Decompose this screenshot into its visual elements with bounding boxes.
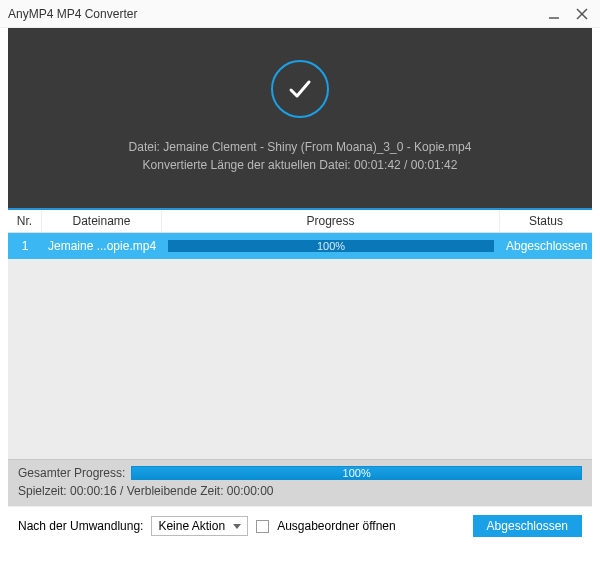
row-progress-text: 100% bbox=[317, 240, 345, 252]
cell-status: Abgeschlossen bbox=[500, 239, 592, 253]
done-button[interactable]: Abgeschlossen bbox=[473, 515, 582, 537]
footer-bar: Nach der Umwandlung: Keine Aktion Ausgab… bbox=[8, 506, 592, 545]
minimize-button[interactable] bbox=[544, 4, 564, 24]
th-progress: Progress bbox=[162, 210, 500, 232]
after-action-label: Nach der Umwandlung: bbox=[18, 519, 143, 533]
total-progress-text: 100% bbox=[343, 467, 371, 479]
open-folder-checkbox[interactable] bbox=[256, 520, 269, 533]
cell-filename: Jemaine ...opie.mp4 bbox=[42, 239, 162, 253]
success-check-icon bbox=[271, 60, 329, 118]
file-table: Nr. Dateiname Progress Status 1 Jemaine … bbox=[8, 208, 592, 459]
converted-length-line: Konvertierte Länge der aktuellen Datei: … bbox=[143, 158, 458, 172]
total-progress-label: Gesamter Progress: bbox=[18, 466, 125, 480]
done-button-label: Abgeschlossen bbox=[487, 519, 568, 533]
table-header: Nr. Dateiname Progress Status bbox=[8, 208, 592, 233]
titlebar: AnyMP4 MP4 Converter bbox=[0, 0, 600, 28]
th-status: Status bbox=[500, 210, 592, 232]
close-button[interactable] bbox=[572, 4, 592, 24]
table-empty-area bbox=[8, 259, 592, 459]
th-nr: Nr. bbox=[8, 210, 42, 232]
app-title: AnyMP4 MP4 Converter bbox=[8, 7, 536, 21]
chevron-down-icon bbox=[233, 524, 241, 529]
total-progress-bar: 100% bbox=[131, 466, 582, 480]
after-action-value: Keine Aktion bbox=[158, 519, 225, 533]
table-row[interactable]: 1 Jemaine ...opie.mp4 100% Abgeschlossen bbox=[8, 233, 592, 259]
cell-nr: 1 bbox=[8, 239, 42, 253]
after-action-select[interactable]: Keine Aktion bbox=[151, 516, 248, 536]
total-progress-row: Gesamter Progress: 100% bbox=[18, 466, 582, 480]
status-hero: Datei: Jemaine Clement - Shiny (From Moa… bbox=[8, 28, 592, 208]
summary-panel: Gesamter Progress: 100% Spielzeit: 00:00… bbox=[8, 459, 592, 506]
open-folder-label: Ausgabeordner öffnen bbox=[277, 519, 396, 533]
row-progress-bar: 100% bbox=[168, 240, 494, 252]
time-line: Spielzeit: 00:00:16 / Verbleibende Zeit:… bbox=[18, 484, 582, 498]
cell-progress: 100% bbox=[162, 240, 500, 252]
th-filename: Dateiname bbox=[42, 210, 162, 232]
current-file-line: Datei: Jemaine Clement - Shiny (From Moa… bbox=[129, 140, 472, 154]
